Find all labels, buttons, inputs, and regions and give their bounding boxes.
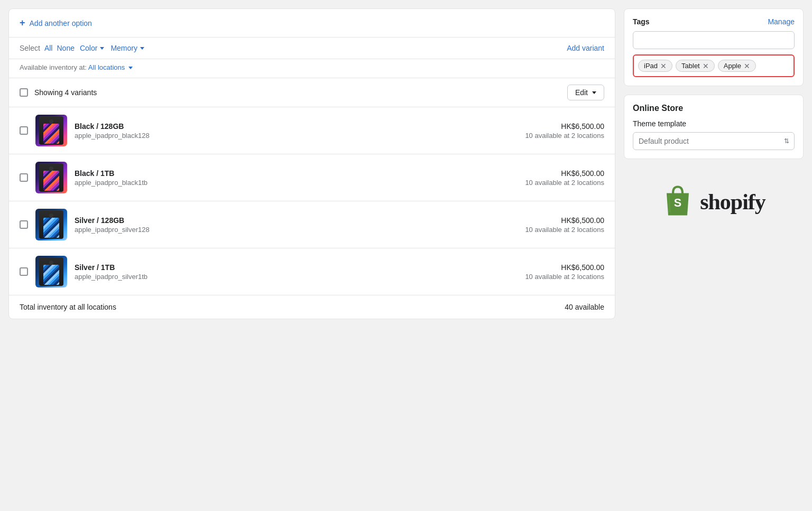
tag-label-2: Apple [724,62,741,70]
main-panel: + Add another option Select All None Col… [8,8,615,319]
add-variant-button[interactable]: Add variant [567,44,604,52]
tags-header: Tags Manage [633,17,795,26]
theme-select[interactable]: Default product [633,132,795,150]
table-row: Black / 128GB apple_ipadpro_black128 HK$… [9,107,615,154]
variant-price-2: HK$6,500.00 [525,216,604,225]
variant-image-3 [35,256,67,287]
inventory-text: Available inventory at: [20,63,87,71]
variant-info-2: Silver / 128GB apple_ipadpro_silver128 [75,216,518,234]
tag-remove-0[interactable]: ✕ [660,62,667,70]
total-label: Total inventory at all locations [20,303,116,311]
variant-price-1: HK$6,500.00 [525,169,604,178]
total-row: Total inventory at all locations 40 avai… [9,295,615,319]
edit-chevron-icon [592,91,596,94]
plus-icon: + [20,17,25,29]
tags-title: Tags [633,17,650,26]
variant-image-2 [35,209,67,240]
variant-sku-3: apple_ipadpro_silver1tb [75,273,518,281]
variant-image-lines-1 [43,171,59,191]
variant-checkbox-1[interactable] [20,173,28,182]
variant-image-lines-2 [43,218,59,238]
variant-checkbox-3[interactable] [20,267,28,276]
edit-label: Edit [575,88,588,97]
variant-checkbox-0[interactable] [20,126,28,135]
manage-link[interactable]: Manage [768,17,795,26]
variant-image-0 [35,115,67,146]
variant-name-2: Silver / 128GB [75,216,518,225]
select-all-checkbox[interactable] [20,88,28,97]
variant-sku-1: apple_ipadpro_black1tb [75,179,518,187]
variant-price-info-1: HK$6,500.00 10 available at 2 locations [525,169,604,187]
none-filter-link[interactable]: None [57,44,74,52]
variant-sku-0: apple_ipadpro_black128 [75,132,518,140]
variant-image-lines-3 [43,265,59,285]
add-option-row[interactable]: + Add another option [9,9,615,38]
variant-image-inner-1 [39,163,63,192]
online-store-title: Online Store [633,104,795,113]
color-filter-label: Color [80,44,97,52]
tags-card: Tags Manage iPad ✕ Tablet ✕ Apple ✕ [624,8,804,86]
variant-image-1 [35,162,67,193]
color-chevron-icon [100,47,104,50]
tag-apple: Apple ✕ [718,60,756,72]
variant-info-3: Silver / 1TB apple_ipadpro_silver1tb [75,263,518,281]
tag-remove-2[interactable]: ✕ [744,62,750,70]
variant-stock-0: 10 available at 2 locations [525,132,604,140]
tag-label-0: iPad [644,62,658,70]
variant-image-inner-3 [39,257,63,286]
tags-container: iPad ✕ Tablet ✕ Apple ✕ [633,54,795,77]
theme-label: Theme template [633,119,795,128]
shopify-logo-area: S shopify [624,168,804,236]
memory-filter-button[interactable]: Memory [109,44,145,52]
table-row: Silver / 128GB apple_ipadpro_silver128 H… [9,201,615,248]
showing-variants-label: Showing 4 variants [34,88,97,97]
right-panel: Tags Manage iPad ✕ Tablet ✕ Apple ✕ Onli… [624,8,804,319]
variant-name-0: Black / 128GB [75,122,518,131]
inventory-location-chevron-icon [128,67,133,69]
tag-tablet: Tablet ✕ [676,60,715,72]
variants-header: Showing 4 variants Edit [9,78,615,107]
table-row: Black / 1TB apple_ipadpro_black1tb HK$6,… [9,154,615,201]
inventory-location-link[interactable]: All locations [88,63,125,71]
variant-info-1: Black / 1TB apple_ipadpro_black1tb [75,169,518,187]
tag-ipad: iPad ✕ [638,60,672,72]
online-store-card: Online Store Theme template Default prod… [624,95,804,159]
variant-price-3: HK$6,500.00 [525,263,604,272]
svg-text:S: S [674,196,681,209]
variant-name-1: Black / 1TB [75,169,518,178]
total-value: 40 available [565,303,604,311]
memory-chevron-icon [140,47,144,50]
variant-image-lines-0 [43,124,59,144]
variant-image-inner-2 [39,210,63,239]
shopify-text: shopify [700,189,765,215]
tag-remove-1[interactable]: ✕ [703,62,709,70]
variant-price-info-2: HK$6,500.00 10 available at 2 locations [525,216,604,234]
memory-filter-label: Memory [110,44,137,52]
variants-list: Black / 128GB apple_ipadpro_black128 HK$… [9,107,615,295]
edit-button[interactable]: Edit [567,85,604,100]
variant-image-inner-0 [39,116,63,145]
variant-stock-2: 10 available at 2 locations [525,226,604,234]
color-filter-button[interactable]: Color [79,44,105,52]
variant-checkbox-2[interactable] [20,220,28,229]
variant-stock-3: 10 available at 2 locations [525,273,604,281]
variant-price-0: HK$6,500.00 [525,122,604,131]
table-row: Silver / 1TB apple_ipadpro_silver1tb HK$… [9,248,615,295]
variant-stock-1: 10 available at 2 locations [525,179,604,187]
variant-price-info-0: HK$6,500.00 10 available at 2 locations [525,122,604,140]
variant-sku-2: apple_ipadpro_silver128 [75,226,518,234]
add-option-label: Add another option [30,19,92,27]
theme-select-wrap: Default product ⇅ [633,132,795,150]
tag-label-1: Tablet [681,62,700,70]
shopify-bag-icon: S [662,183,694,220]
filter-row: Select All None Color Memory Add variant [9,38,615,59]
all-filter-link[interactable]: All [44,44,53,52]
variant-info-0: Black / 128GB apple_ipadpro_black128 [75,122,518,140]
tags-input[interactable] [633,31,795,49]
variant-price-info-3: HK$6,500.00 10 available at 2 locations [525,263,604,281]
inventory-row: Available inventory at: All locations [9,59,615,78]
variant-name-3: Silver / 1TB [75,263,518,272]
select-label: Select [20,44,40,52]
